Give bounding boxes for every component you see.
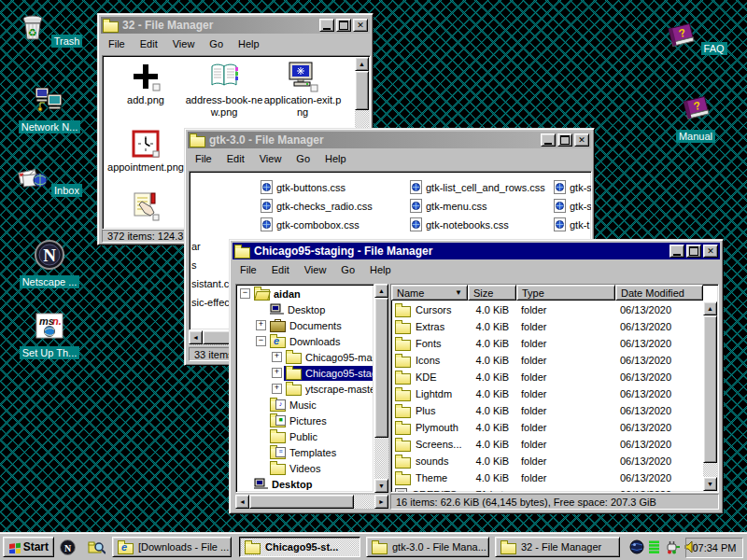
tree-item-pictures[interactable]: ■ Pictures xyxy=(238,413,373,428)
column-header-size[interactable]: Size xyxy=(468,285,516,301)
tree-item-music[interactable]: ♪ Music xyxy=(238,397,373,413)
file-item[interactable]: gtk-s xyxy=(554,199,592,213)
list-vertical-scrollbar[interactable]: ▲ ▼ xyxy=(703,301,717,491)
tree-item-public[interactable]: Public xyxy=(238,428,373,444)
minimize-button[interactable] xyxy=(669,245,684,258)
scrollbar-thumb[interactable] xyxy=(355,71,369,110)
menu-help[interactable]: Help xyxy=(317,151,354,166)
taskbar-button-chicago95-staging-active[interactable]: Chicago95-st... xyxy=(239,537,360,557)
menu-edit[interactable]: Edit xyxy=(219,151,252,166)
list-row-clipped[interactable]: CREDITS... 71 bytes 06/13/2020 xyxy=(391,486,703,493)
tree-item-desktop-root[interactable]: Desktop xyxy=(238,476,373,492)
list-row[interactable]: Plymouth 4.0 KiB folder 06/13/2020 xyxy=(391,419,703,436)
tray-globe-icon[interactable] xyxy=(629,539,644,556)
menu-edit[interactable]: Edit xyxy=(264,262,297,277)
titlebar[interactable]: 32 - File Manager ✕ xyxy=(101,17,370,34)
quicklaunch-find-icon[interactable] xyxy=(88,539,106,557)
taskbar-button-gtk3[interactable]: gtk-3.0 - File Mana... xyxy=(366,537,489,557)
file-item-document[interactable] xyxy=(106,189,185,225)
menu-go[interactable]: Go xyxy=(289,151,317,166)
menu-help[interactable]: Help xyxy=(231,36,267,51)
desktop-icon-trash[interactable]: ♻ Trash xyxy=(14,11,85,48)
tree-item-downloads[interactable]: − e Downloads xyxy=(238,333,373,349)
column-header-date-modified[interactable]: Date Modified xyxy=(615,285,703,301)
tree-item-templates[interactable]: ≡ Templates xyxy=(238,444,373,460)
column-header-name[interactable]: Name ▼ xyxy=(391,285,468,301)
menu-go[interactable]: Go xyxy=(333,262,362,277)
tree-horizontal-scrollbar[interactable]: ◄ ► xyxy=(235,495,388,509)
file-item[interactable]: gtk-combobox.css xyxy=(261,217,359,231)
maximize-button[interactable] xyxy=(336,19,351,32)
desktop-icon-network-neighborhood[interactable]: Network N... xyxy=(14,84,85,133)
file-item[interactable]: gtk-list_cell_and_rows.css xyxy=(410,180,545,194)
list-row[interactable]: Plus 4.0 KiB folder 06/13/2020 xyxy=(391,402,703,419)
tree-item-chicago95-staging[interactable]: + Chicago95-staging xyxy=(238,365,373,381)
list-row[interactable]: Lightdm 4.0 KiB folder 06/13/2020 xyxy=(391,385,703,402)
tree-vertical-scrollbar[interactable]: ▲ ▼ xyxy=(374,284,388,493)
clipped-file-name[interactable]: s xyxy=(191,259,197,271)
list-row[interactable]: Extras 4.0 KiB folder 06/13/2020 xyxy=(391,318,703,335)
column-header-type[interactable]: Type xyxy=(516,285,615,301)
quicklaunch-netscape-icon[interactable]: N xyxy=(60,539,76,557)
scroll-up-icon[interactable]: ▲ xyxy=(355,57,369,71)
scroll-down-icon[interactable]: ▼ xyxy=(703,477,717,491)
menu-file[interactable]: File xyxy=(101,36,133,51)
scrollbar-thumb[interactable] xyxy=(703,315,717,463)
collapse-icon[interactable]: − xyxy=(240,288,250,299)
clipped-file-name[interactable]: sic-effec xyxy=(191,297,230,308)
desktop-icon-inbox[interactable]: Inbox xyxy=(14,162,85,197)
menu-view[interactable]: View xyxy=(165,36,203,51)
minimize-button[interactable] xyxy=(541,133,556,147)
file-item[interactable]: gtk-t xyxy=(554,217,589,231)
clipped-file-name[interactable]: ar xyxy=(191,241,201,252)
desktop-icon-manual[interactable]: ? Manual xyxy=(660,90,731,143)
file-item-add-png[interactable]: add.png xyxy=(106,61,185,106)
expand-icon[interactable]: + xyxy=(256,320,266,330)
titlebar[interactable]: Chicago95-staging - File Manager ✕ xyxy=(233,243,720,259)
tree-item-ytscrape-master[interactable]: + ytscrape-master xyxy=(238,381,373,397)
tree-item-videos[interactable]: Videos xyxy=(238,460,373,476)
file-item[interactable]: gtk-checks_radio.css xyxy=(261,199,373,213)
maximize-button[interactable] xyxy=(557,133,572,147)
collapse-icon[interactable]: − xyxy=(256,336,266,346)
list-row[interactable]: KDE 4.0 KiB folder 06/13/2020 xyxy=(391,369,703,385)
start-button[interactable]: Start xyxy=(3,537,54,557)
tray-power-plug-icon[interactable] xyxy=(664,539,682,556)
selected-tree-item[interactable]: Chicago95-staging xyxy=(284,366,373,381)
menu-file[interactable]: File xyxy=(233,262,264,277)
titlebar[interactable]: gtk-3.0 - File Manager ✕ xyxy=(188,132,591,148)
maximize-button[interactable] xyxy=(686,245,701,258)
file-item-application-exit[interactable]: application-exit.png xyxy=(263,61,342,119)
expand-icon[interactable]: + xyxy=(272,352,282,362)
close-button[interactable]: ✕ xyxy=(703,245,718,258)
clipped-file-name[interactable]: sistant.c: xyxy=(191,278,232,289)
desktop-icon-netscape[interactable]: N Netscape ... xyxy=(14,239,85,288)
scroll-up-icon[interactable]: ▲ xyxy=(703,301,717,315)
menu-view[interactable]: View xyxy=(297,262,334,277)
list-row[interactable]: Fonts 4.0 KiB folder 06/13/2020 xyxy=(391,335,703,352)
scrollbar-thumb[interactable] xyxy=(374,298,388,438)
menu-go[interactable]: Go xyxy=(202,36,231,51)
file-item[interactable]: gtk-buttons.css xyxy=(261,180,345,194)
scroll-up-icon[interactable]: ▲ xyxy=(374,284,388,298)
list-row[interactable]: Screens... 4.0 KiB folder 06/13/2020 xyxy=(391,436,703,453)
file-item[interactable]: gtk-notebooks.css xyxy=(410,217,509,231)
list-row[interactable]: sounds 4.0 KiB folder 06/13/2020 xyxy=(391,453,703,469)
close-button[interactable]: ✕ xyxy=(574,133,589,147)
scroll-left-icon[interactable]: ◄ xyxy=(235,495,249,509)
file-item-appointment[interactable]: appointment.png xyxy=(106,128,185,174)
close-button[interactable]: ✕ xyxy=(353,19,368,32)
minimize-button[interactable] xyxy=(319,19,334,32)
scroll-down-icon[interactable]: ▼ xyxy=(374,479,388,493)
file-item-address-book[interactable]: address-book-new.png xyxy=(185,61,263,119)
tree-item-desktop[interactable]: Desktop xyxy=(238,301,373,317)
menu-file[interactable]: File xyxy=(188,151,219,166)
tray-level-meter-icon[interactable] xyxy=(648,539,660,556)
file-item[interactable]: gtk-s xyxy=(554,180,592,194)
menu-help[interactable]: Help xyxy=(362,262,399,277)
menu-edit[interactable]: Edit xyxy=(133,36,165,51)
file-item[interactable]: gtk-menu.css xyxy=(410,199,486,213)
scroll-left-icon[interactable]: ◄ xyxy=(189,330,203,344)
tree-item-aidan[interactable]: − aidan xyxy=(238,286,373,301)
list-row[interactable]: Cursors 4.0 KiB folder 06/13/2020 xyxy=(391,301,703,318)
